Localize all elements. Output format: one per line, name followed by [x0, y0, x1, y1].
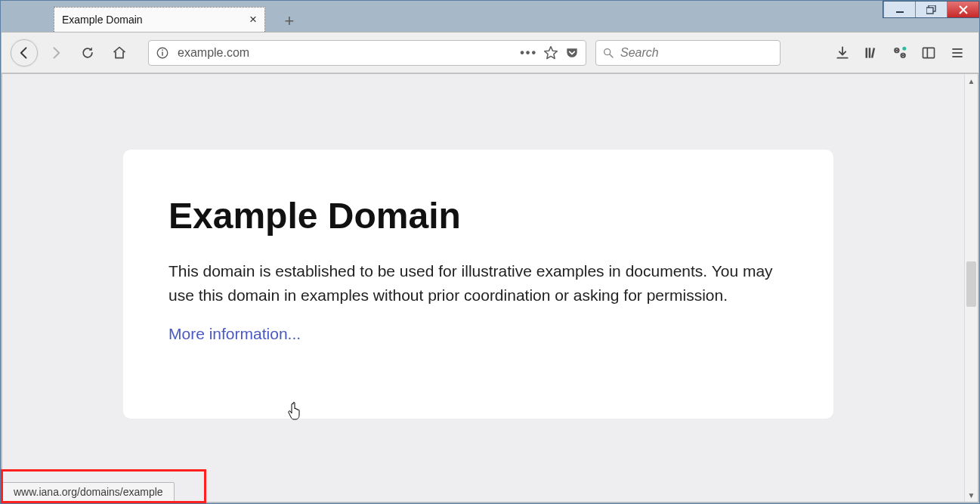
tab-close-icon[interactable]: ×	[249, 12, 257, 27]
back-button[interactable]	[11, 39, 38, 66]
tab-strip: Example Domain × +	[54, 3, 300, 32]
svg-rect-11	[871, 48, 875, 58]
svg-point-6	[604, 48, 611, 54]
restore-button[interactable]	[915, 2, 947, 17]
screenshot-icon[interactable]	[888, 39, 912, 66]
window-caption-buttons	[883, 1, 979, 18]
scroll-up-button[interactable]: ▲	[965, 74, 978, 88]
new-tab-button[interactable]: +	[279, 11, 300, 32]
svg-line-7	[610, 54, 613, 57]
page-actions-icon[interactable]: •••	[520, 46, 537, 60]
page-body-text: This domain is established to be used fo…	[168, 259, 788, 307]
vertical-scrollbar[interactable]: ▲ ▼	[964, 74, 978, 502]
search-icon	[602, 47, 614, 59]
svg-rect-9	[866, 48, 868, 57]
svg-rect-0	[896, 11, 904, 13]
search-input[interactable]	[619, 45, 774, 60]
scroll-down-button[interactable]: ▼	[965, 488, 978, 502]
browser-tab[interactable]: Example Domain ×	[54, 7, 265, 32]
svg-rect-15	[923, 48, 935, 57]
menu-button[interactable]	[945, 39, 969, 66]
reload-button[interactable]	[74, 39, 101, 66]
sidebar-icon[interactable]	[917, 39, 941, 66]
page-heading: Example Domain	[168, 195, 788, 237]
navigation-toolbar: •••	[2, 32, 978, 73]
search-bar[interactable]	[595, 40, 781, 66]
pocket-icon[interactable]	[564, 45, 580, 60]
svg-rect-5	[162, 49, 163, 51]
library-icon[interactable]	[859, 39, 883, 66]
home-button[interactable]	[106, 39, 133, 66]
tab-title: Example Domain	[62, 14, 143, 26]
highlight-annotation	[1, 469, 206, 503]
downloads-icon[interactable]	[830, 39, 855, 66]
content-viewport: Example Domain This domain is establishe…	[2, 73, 978, 502]
more-information-link[interactable]: More information...	[168, 325, 301, 342]
svg-rect-10	[869, 48, 871, 57]
address-bar[interactable]: •••	[148, 40, 586, 66]
svg-point-14	[902, 46, 906, 50]
site-info-icon[interactable]	[155, 46, 170, 60]
url-input[interactable]	[176, 45, 514, 60]
scroll-track[interactable]	[965, 88, 978, 488]
svg-rect-2	[926, 8, 933, 14]
svg-rect-4	[162, 51, 163, 55]
minimize-button[interactable]	[883, 2, 915, 17]
page-content: Example Domain This domain is establishe…	[123, 150, 833, 419]
close-button[interactable]	[947, 2, 978, 17]
forward-button[interactable]	[42, 39, 70, 66]
scroll-thumb[interactable]	[966, 261, 976, 307]
bookmark-star-icon[interactable]	[543, 45, 558, 60]
